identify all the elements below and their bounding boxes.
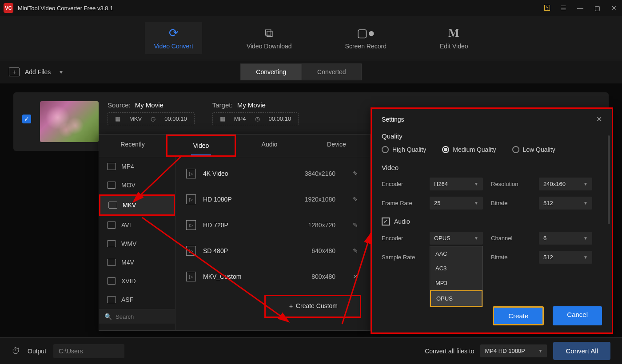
edit-icon[interactable]: ✎ <box>351 247 359 254</box>
add-folder-icon: + <box>9 67 20 76</box>
play-icon: ▷ <box>186 220 196 230</box>
target-info[interactable]: ▦MP4 ◷00:00:10 <box>212 112 299 125</box>
quality-heading: Quality <box>382 132 602 140</box>
bottom-bar: ⏱ Output C:\Users Convert all files to M… <box>0 337 622 364</box>
format-sidebar[interactable]: MP4 MOV MKV AVI WMV M4V XVID ASF 🔍 <box>99 157 175 330</box>
search-input[interactable] <box>116 313 175 320</box>
format-mp4[interactable]: MP4 <box>99 157 175 176</box>
video-resolution-select[interactable]: 240x160▼ <box>539 178 592 190</box>
format-m4v[interactable]: M4V <box>99 253 175 272</box>
edit-icon[interactable]: ✎ <box>351 222 359 229</box>
create-button[interactable]: Create <box>493 306 544 325</box>
option-ac3[interactable]: AC3 <box>430 261 482 276</box>
video-thumbnail[interactable] <box>40 101 99 142</box>
play-icon: ▷ <box>186 169 196 178</box>
audio-encoder-select[interactable]: OPUS▼ <box>430 232 483 245</box>
file-icon <box>107 259 116 266</box>
chevron-down-icon: ▼ <box>474 201 478 206</box>
hamburger-icon[interactable]: ☰ <box>559 4 568 12</box>
file-checkbox[interactable]: ✓ <box>22 115 31 123</box>
app-icon: VC <box>4 3 13 13</box>
tab-video[interactable]: Video <box>166 135 236 157</box>
file-icon <box>107 222 116 229</box>
download-icon: ⧉ <box>265 26 273 40</box>
radio-medium-quality[interactable]: Medium Quality <box>442 146 496 153</box>
nav-screen-record[interactable]: ▢● Screen Record <box>336 22 395 54</box>
audio-channel-select[interactable]: 6▼ <box>539 232 592 245</box>
format-search[interactable]: 🔍 <box>99 309 175 324</box>
delete-icon[interactable]: ✕ <box>351 273 359 280</box>
nav-video-convert[interactable]: ⟳ Video Convert <box>145 22 202 54</box>
video-encoder-select[interactable]: H264▼ <box>430 178 483 190</box>
format-icon: ▦ <box>220 115 225 122</box>
output-path[interactable]: C:\Users <box>53 344 124 358</box>
preset-4k[interactable]: ▷4K Video3840x2160✎ <box>175 161 370 186</box>
close-icon[interactable]: ✕ <box>596 115 602 123</box>
preset-custom[interactable]: ▷MKV_Custom800x480✕ <box>175 264 370 289</box>
format-avi[interactable]: AVI <box>99 216 175 234</box>
key-icon[interactable]: ⚿ <box>544 4 551 12</box>
tab-recently[interactable]: Recently <box>99 135 166 157</box>
nav-label: Edit Video <box>440 43 468 50</box>
output-format-select[interactable]: MP4 HD 1080P▼ <box>480 344 547 357</box>
radio-high-quality[interactable]: High Quality <box>382 146 426 153</box>
video-framerate-select[interactable]: 25▼ <box>430 197 483 210</box>
edit-icon[interactable]: ✎ <box>351 170 359 177</box>
create-custom-button[interactable]: ＋ Create Custom <box>264 295 361 318</box>
format-tabs: Recently Video Audio Device <box>99 135 370 157</box>
chevron-down-icon: ▼ <box>583 182 588 186</box>
format-asf[interactable]: ASF <box>99 290 175 309</box>
target-label: Target: <box>212 101 233 109</box>
clock-icon: ◷ <box>255 115 260 122</box>
file-icon <box>107 277 116 285</box>
nav-video-download[interactable]: ⧉ Video Download <box>238 22 301 54</box>
maximize-button[interactable]: ▢ <box>593 4 602 12</box>
source-duration: 00:00:10 <box>164 115 187 122</box>
file-icon <box>107 240 116 247</box>
nav-label: Screen Record <box>345 43 387 50</box>
audio-encoder-dropdown: AAC AC3 MP3 OPUS <box>430 246 483 307</box>
file-icon <box>107 163 116 170</box>
target-column: Target:My Movie ▦MP4 ◷00:00:10 <box>212 101 299 125</box>
chevron-down-icon: ▼ <box>583 236 588 241</box>
resolution-label: Resolution <box>491 181 531 187</box>
cancel-button[interactable]: Cancel <box>553 306 602 325</box>
channel-label: Channel <box>491 235 531 241</box>
tab-converted[interactable]: Converted <box>302 63 362 80</box>
audio-checkbox[interactable]: ✓ <box>382 218 390 226</box>
option-opus[interactable]: OPUS <box>430 290 482 307</box>
edit-icon[interactable]: ✎ <box>351 196 359 203</box>
chevron-down-icon: ▼ <box>538 348 543 353</box>
tab-converting[interactable]: Converting <box>240 63 302 80</box>
video-bitrate-select[interactable]: 512▼ <box>539 197 592 210</box>
close-button[interactable]: ✕ <box>610 4 618 12</box>
preset-480p[interactable]: ▷SD 480P640x480✎ <box>175 238 370 264</box>
format-mov[interactable]: MOV <box>99 176 175 194</box>
option-mp3[interactable]: MP3 <box>430 276 482 290</box>
radio-low-quality[interactable]: Low Quality <box>512 146 555 153</box>
minimize-button[interactable]: — <box>576 4 585 12</box>
format-xvid[interactable]: XVID <box>99 272 175 290</box>
add-files-button[interactable]: + Add Files ▾ <box>9 67 63 76</box>
audio-bitrate-select[interactable]: 512▼ <box>539 251 592 264</box>
format-popup: Recently Video Audio Device MP4 MOV MKV … <box>99 134 371 331</box>
preset-1080p[interactable]: ▷HD 1080P1920x1080✎ <box>175 186 370 212</box>
nav-label: Video Download <box>247 43 292 50</box>
preset-720p[interactable]: ▷HD 720P1280x720✎ <box>175 212 370 238</box>
play-icon: ▷ <box>186 194 196 204</box>
source-column: Source:My Movie ▦MKV ◷00:00:10 <box>108 101 195 125</box>
bitrate-label: Bitrate <box>491 254 531 261</box>
option-aac[interactable]: AAC <box>430 246 482 261</box>
tab-audio[interactable]: Audio <box>236 135 303 157</box>
format-mkv[interactable]: MKV <box>99 194 175 216</box>
scrollbar[interactable] <box>608 135 610 224</box>
nav-edit-video[interactable]: 𝐌 Edit Video <box>431 22 477 54</box>
titlebar: VC MiniTool Video Converter Free v3.8.1 … <box>0 0 622 16</box>
preset-list[interactable]: ▷4K Video3840x2160✎ ▷HD 1080P1920x1080✎ … <box>175 157 370 330</box>
tab-device[interactable]: Device <box>303 135 370 157</box>
format-icon: ▦ <box>115 115 120 122</box>
format-wmv[interactable]: WMV <box>99 234 175 253</box>
convert-all-button[interactable]: Convert All <box>553 342 610 360</box>
source-info: ▦MKV ◷00:00:10 <box>108 112 195 125</box>
timer-icon[interactable]: ⏱ <box>12 346 20 356</box>
